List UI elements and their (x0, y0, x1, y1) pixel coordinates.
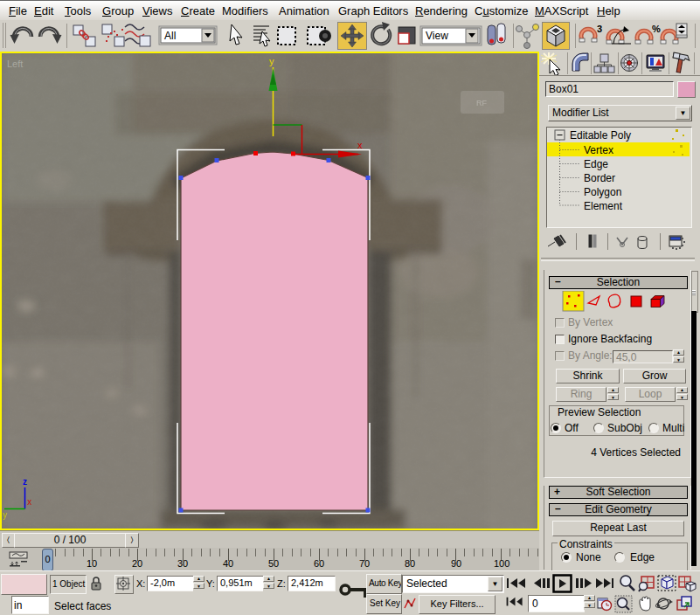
svg-text:Editable Poly: Editable Poly (570, 129, 631, 142)
svg-text:View: View (426, 30, 448, 42)
svg-text:x: x (27, 497, 31, 507)
svg-text:Polygon: Polygon (584, 186, 621, 198)
svg-text:RF: RF (476, 99, 487, 107)
svg-text:Element: Element (584, 200, 623, 212)
svg-text:Left: Left (7, 59, 23, 69)
svg-text:y: y (3, 510, 7, 520)
svg-text:y: y (269, 56, 274, 66)
svg-text:Border: Border (584, 172, 615, 184)
svg-text:3: 3 (597, 24, 602, 34)
svg-text:x: x (357, 140, 363, 150)
svg-text:Vertex: Vertex (584, 144, 613, 156)
svg-text:Edge: Edge (584, 158, 608, 170)
svg-text:z: z (23, 477, 27, 487)
svg-text:%: % (652, 24, 661, 34)
svg-text:All: All (164, 30, 176, 42)
